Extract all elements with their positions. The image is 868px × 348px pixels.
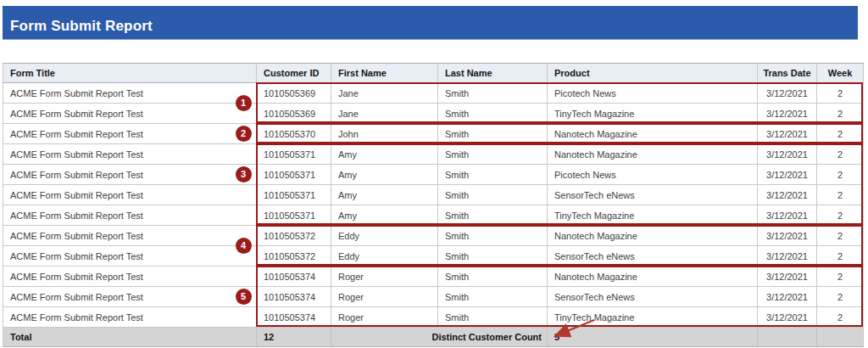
cell-week: 2: [817, 226, 864, 246]
cell-week: 2: [817, 205, 864, 226]
cell-trans-date: 3/12/2021: [758, 307, 817, 328]
cell-first-name: Amy: [331, 185, 438, 205]
total-label: Total: [3, 328, 257, 347]
cell-form-title: ACME Form Submit Report Test: [3, 144, 257, 165]
page-title: Form Submit Report: [10, 18, 153, 35]
column-header-first-name: First Name: [331, 64, 438, 83]
cell-last-name: Smith: [438, 246, 548, 267]
cell-form-title: ACME Form Submit Report Test: [3, 246, 257, 267]
cell-week: 2: [817, 185, 864, 205]
table-row: ACME Form Submit Report Test1010505371Am…: [3, 185, 864, 205]
column-header-customer-id: Customer ID: [257, 64, 331, 83]
report-page: Form Submit Report Form TitleCustomer ID…: [0, 0, 868, 348]
column-header-product: Product: [548, 64, 758, 83]
cell-week: 2: [817, 267, 864, 287]
cell-customer-id: 1010505374: [257, 287, 331, 307]
total-row: Total 12 Distinct Customer Count 5: [3, 328, 864, 347]
cell-customer-id: 1010505370: [257, 124, 331, 144]
form-submit-report-table: Form TitleCustomer IDFirst NameLast Name…: [3, 63, 864, 347]
cell-customer-id: 1010505371: [257, 144, 331, 165]
cell-form-title: ACME Form Submit Report Test: [3, 124, 257, 144]
cell-customer-id: 1010505371: [257, 185, 331, 205]
cell-first-name: Amy: [331, 165, 438, 185]
cell-week: 2: [817, 83, 864, 104]
cell-customer-id: 1010505371: [257, 165, 331, 185]
column-header-last-name: Last Name: [438, 64, 548, 83]
cell-customer-id: 1010505369: [257, 104, 331, 124]
table-row: ACME Form Submit Report Test1010505374Ro…: [3, 307, 864, 328]
distinct-customer-count-label: Distinct Customer Count: [331, 328, 548, 347]
cell-first-name: Jane: [331, 104, 438, 124]
cell-week: 2: [817, 287, 864, 307]
cell-trans-date: 3/12/2021: [758, 246, 817, 267]
table-row: ACME Form Submit Report Test1010505374Ro…: [3, 267, 864, 287]
report-title-banner: Form Submit Report: [3, 6, 858, 40]
table-row: ACME Form Submit Report Test1010505369Ja…: [3, 104, 864, 124]
cell-form-title: ACME Form Submit Report Test: [3, 226, 257, 246]
cell-product: TinyTech Magazine: [548, 307, 758, 328]
table-row: ACME Form Submit Report Test1010505374Ro…: [3, 287, 864, 307]
cell-last-name: Smith: [438, 226, 548, 246]
cell-last-name: Smith: [438, 267, 548, 287]
cell-last-name: Smith: [438, 124, 548, 144]
cell-product: Nanotech Magazine: [548, 124, 758, 144]
cell-product: Nanotech Magazine: [548, 144, 758, 165]
cell-first-name: Amy: [331, 205, 438, 226]
table-row: ACME Form Submit Report Test1010505372Ed…: [3, 226, 864, 246]
cell-last-name: Smith: [438, 165, 548, 185]
cell-product: Picotech News: [548, 83, 758, 104]
cell-week: 2: [817, 246, 864, 267]
cell-week: 2: [817, 165, 864, 185]
total-row-empty-cell: [758, 328, 817, 347]
cell-customer-id: 1010505374: [257, 267, 331, 287]
table-row: ACME Form Submit Report Test1010505371Am…: [3, 144, 864, 165]
cell-form-title: ACME Form Submit Report Test: [3, 205, 257, 226]
cell-customer-id: 1010505372: [257, 226, 331, 246]
cell-trans-date: 3/12/2021: [758, 124, 817, 144]
cell-customer-id: 1010505372: [257, 246, 331, 267]
cell-last-name: Smith: [438, 287, 548, 307]
cell-customer-id: 1010505374: [257, 307, 331, 328]
cell-first-name: Roger: [331, 267, 438, 287]
cell-week: 2: [817, 124, 864, 144]
total-transaction-count: 12: [257, 328, 331, 347]
total-row-empty-cell: [817, 328, 864, 347]
cell-last-name: Smith: [438, 104, 548, 124]
cell-trans-date: 3/12/2021: [758, 185, 817, 205]
cell-trans-date: 3/12/2021: [758, 104, 817, 124]
cell-product: SensorTech eNews: [548, 287, 758, 307]
table-row: ACME Form Submit Report Test1010505370Jo…: [3, 124, 864, 144]
cell-first-name: Roger: [331, 307, 438, 328]
cell-first-name: Amy: [331, 144, 438, 165]
column-header-trans-date: Trans Date: [758, 64, 817, 83]
cell-product: Nanotech Magazine: [548, 226, 758, 246]
cell-trans-date: 3/12/2021: [758, 144, 817, 165]
cell-first-name: John: [331, 124, 438, 144]
cell-product: SensorTech eNews: [548, 185, 758, 205]
cell-form-title: ACME Form Submit Report Test: [3, 307, 257, 328]
column-header-week: Week: [817, 64, 864, 83]
cell-trans-date: 3/12/2021: [758, 83, 817, 104]
distinct-customer-count-value: 5: [548, 328, 758, 347]
cell-form-title: ACME Form Submit Report Test: [3, 267, 257, 287]
cell-form-title: ACME Form Submit Report Test: [3, 104, 257, 124]
cell-form-title: ACME Form Submit Report Test: [3, 185, 257, 205]
table-row: ACME Form Submit Report Test1010505372Ed…: [3, 246, 864, 267]
cell-product: Nanotech Magazine: [548, 267, 758, 287]
cell-form-title: ACME Form Submit Report Test: [3, 165, 257, 185]
cell-trans-date: 3/12/2021: [758, 165, 817, 185]
cell-trans-date: 3/12/2021: [758, 287, 817, 307]
cell-last-name: Smith: [438, 205, 548, 226]
cell-week: 2: [817, 104, 864, 124]
cell-last-name: Smith: [438, 185, 548, 205]
cell-customer-id: 1010505371: [257, 205, 331, 226]
cell-last-name: Smith: [438, 307, 548, 328]
cell-first-name: Eddy: [331, 226, 438, 246]
cell-product: TinyTech Magazine: [548, 104, 758, 124]
table-header-row: Form TitleCustomer IDFirst NameLast Name…: [3, 64, 864, 83]
column-header-form-title: Form Title: [3, 64, 257, 83]
cell-form-title: ACME Form Submit Report Test: [3, 287, 257, 307]
cell-trans-date: 3/12/2021: [758, 205, 817, 226]
cell-product: SensorTech eNews: [548, 246, 758, 267]
table-row: ACME Form Submit Report Test1010505371Am…: [3, 205, 864, 226]
